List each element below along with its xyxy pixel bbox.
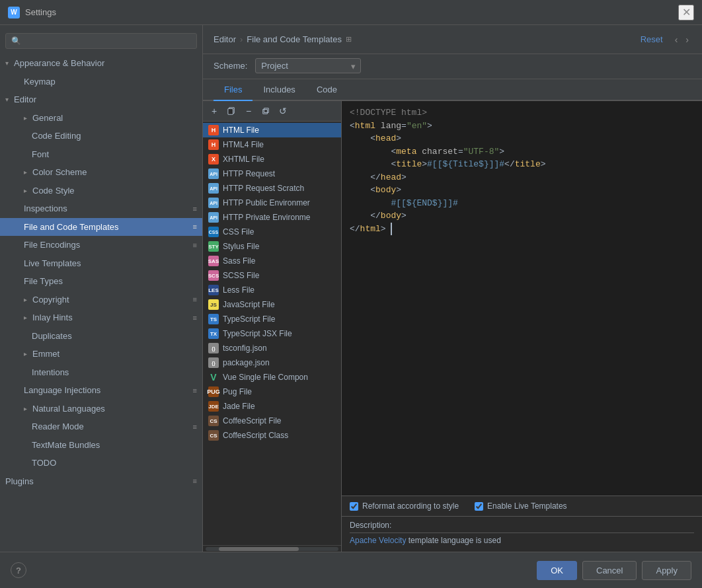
sidebar: 🔍 ▾ Appearance & Behavior Keymap ▾ Edito… [0,25,203,552]
tab-code[interactable]: Code [306,79,348,101]
code-line-10: </html> [350,223,694,236]
js-file-icon: JS [208,299,219,310]
scheme-select[interactable]: Default Project [255,58,361,73]
vue-file-icon: V [208,372,219,383]
file-item-http-private-env[interactable]: API HTTP Private Environme [203,210,341,225]
help-button[interactable]: ? [11,562,26,578]
window-title: Settings [25,7,56,17]
cancel-button[interactable]: Cancel [582,561,637,580]
sidebar-item-todo[interactable]: TODO [0,454,202,472]
add-template-button[interactable]: + [207,104,221,118]
file-item-label: HTML4 File [223,140,264,149]
file-item-sass-file[interactable]: SAS Sass File [203,254,341,268]
tab-files[interactable]: Files [214,79,253,101]
file-item-coffeescript-class[interactable]: CS CoffeeScript Class [203,428,341,443]
jade-file-icon: JDE [208,401,219,412]
svg-rect-1 [228,109,233,115]
code-editor[interactable]: <!DOCTYPE html> <html lang="en"> <head> … [342,101,702,496]
apply-button[interactable]: Apply [642,561,691,580]
file-list: H HTML File H HTML4 File X XHTML File AP… [203,122,341,545]
sidebar-item-color-scheme[interactable]: ▸ Color Scheme [0,163,202,182]
search-box[interactable]: 🔍 [5,33,197,49]
sidebar-item-appearance[interactable]: ▾ Appearance & Behavior [0,54,202,73]
sidebar-item-language-injections[interactable]: Language Injections ≡ [0,381,202,400]
file-item-html4-file[interactable]: H HTML4 File [203,137,341,152]
file-item-html-file[interactable]: H HTML File [203,123,341,137]
fe-badge: ≡ [193,240,197,251]
bottom-bar: ? OK Cancel Apply [0,552,702,588]
package-icon: {} [208,357,219,368]
file-item-label: HTTP Private Environme [223,213,311,222]
apache-velocity-link[interactable]: Apache Velocity [350,536,406,545]
remove-template-button[interactable]: − [241,104,256,118]
file-item-http-request[interactable]: API HTTP Request [203,166,341,181]
nav-back-button[interactable]: ‹ [672,33,681,46]
search-input[interactable] [25,36,191,46]
sidebar-item-file-and-code-templates[interactable]: File and Code Templates ≡ [0,218,202,237]
file-item-stylus-file[interactable]: STY Stylus File [203,239,341,254]
code-line-1: <!DOCTYPE html> [350,106,694,120]
sidebar-item-font[interactable]: Font [0,145,202,164]
scss-file-icon: SCS [208,270,219,281]
sass-file-icon: SAS [208,256,219,266]
ok-button[interactable]: OK [537,561,577,580]
file-item-xhtml-file[interactable]: X XHTML File [203,152,341,166]
file-item-jade-file[interactable]: JDE Jade File [203,399,341,414]
file-list-panel: + − ↺ [203,101,342,552]
sidebar-item-general[interactable]: ▸ General [0,109,202,128]
scrollbar-track [206,547,338,551]
file-item-less-file[interactable]: LES Less File [203,283,341,297]
sidebar-item-inspections[interactable]: Inspections ≡ [0,200,202,218]
file-item-typescript-file[interactable]: TS TypeScript File [203,312,341,326]
reformat-checkbox[interactable] [350,502,358,511]
file-item-coffeescript-file[interactable]: CS CoffeeScript File [203,414,341,428]
reset-button[interactable]: Reset [637,33,667,46]
file-item-tsconfig-json[interactable]: {} tsconfig.json [203,341,341,355]
copy-template-button[interactable] [224,104,239,118]
sidebar-item-code-editing[interactable]: Code Editing [0,127,202,145]
inspections-badge: ≡ [193,203,197,215]
sidebar-item-reader-mode[interactable]: Reader Mode ≡ [0,418,202,436]
sidebar-item-file-types[interactable]: File Types [0,272,202,291]
file-item-http-request-scratch[interactable]: API HTTP Request Scratch [203,181,341,196]
http-public-icon: API [208,198,219,208]
tab-includes[interactable]: Includes [253,79,305,101]
file-item-javascript-file[interactable]: JS JavaScript File [203,297,341,312]
app-icon: W [8,7,20,18]
sidebar-item-natural-languages[interactable]: ▸ Natural Languages [0,400,202,418]
sidebar-item-intentions[interactable]: Intentions [0,363,202,382]
close-button[interactable]: ✕ [678,5,694,20]
sidebar-item-file-encodings[interactable]: File Encodings ≡ [0,236,202,254]
live-templates-checkbox[interactable] [475,502,483,511]
sidebar-item-inlay-hints[interactable]: ▸ Inlay Hints ≡ [0,309,202,327]
sidebar-item-duplicates[interactable]: Duplicates [0,327,202,346]
file-item-label: JavaScript File [223,300,275,309]
nav-forward-button[interactable]: › [683,33,691,46]
html-file-icon: H [208,125,219,135]
file-item-css-file[interactable]: CSS CSS File [203,225,341,239]
html4-file-icon: H [208,139,219,150]
sidebar-item-keymap[interactable]: Keymap [0,73,202,91]
reformat-checkbox-label[interactable]: Reformat according to style [350,501,459,511]
duplicate-template-button[interactable] [258,104,273,118]
file-item-package-json[interactable]: {} package.json [203,355,341,370]
file-item-vue-single-file[interactable]: V Vue Single File Compon [203,370,341,385]
reset-template-button[interactable]: ↺ [276,104,290,118]
file-item-scss-file[interactable]: SCS SCSS File [203,268,341,283]
tsx-file-icon: TX [208,328,219,339]
file-item-pug-file[interactable]: PUG Pug File [203,385,341,399]
live-templates-checkbox-label[interactable]: Enable Live Templates [475,501,567,511]
file-item-typescript-jsx-file[interactable]: TX TypeScript JSX File [203,326,341,341]
sidebar-item-code-style[interactable]: ▸ Code Style [0,182,202,200]
file-list-scrollbar[interactable] [203,545,341,552]
sidebar-item-emmet[interactable]: ▸ Emmet [0,345,202,363]
file-item-http-public-env[interactable]: API HTTP Public Environmer [203,196,341,210]
chevron-right-icon: ▸ [24,312,27,322]
sidebar-item-textmate-bundles[interactable]: TextMate Bundles [0,436,202,455]
sidebar-item-live-templates[interactable]: Live Templates [0,254,202,273]
sidebar-item-editor[interactable]: ▾ Editor [0,91,202,109]
description-label: Description: [350,521,694,530]
sidebar-item-copyright[interactable]: ▸ Copyright ≡ [0,291,202,309]
sidebar-item-plugins[interactable]: Plugins ≡ [0,472,202,491]
pug-file-icon: PUG [208,386,219,397]
